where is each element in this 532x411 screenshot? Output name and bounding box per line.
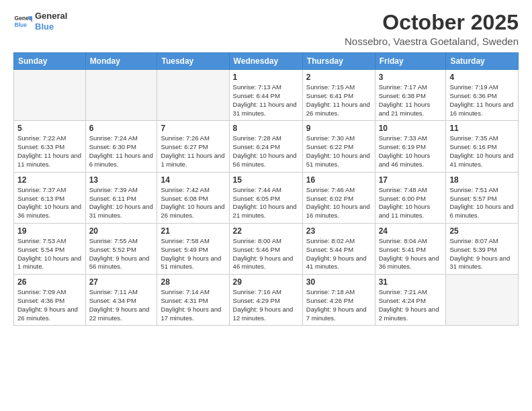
header: General Blue General Blue October 2025 N… (13, 11, 519, 47)
day-info: Sunrise: 7:55 AM Sunset: 5:52 PM Dayligh… (89, 237, 154, 271)
day-info: Sunrise: 7:15 AM Sunset: 6:41 PM Dayligh… (306, 83, 371, 118)
table-row: 5Sunrise: 7:22 AM Sunset: 6:33 PM Daylig… (14, 121, 86, 172)
table-row (446, 275, 519, 326)
day-info: Sunrise: 7:35 AM Sunset: 6:16 PM Dayligh… (449, 134, 515, 169)
col-sunday: Sunday (14, 53, 86, 70)
day-info: Sunrise: 7:17 AM Sunset: 6:38 PM Dayligh… (379, 83, 443, 118)
day-number: 13 (89, 175, 154, 185)
calendar-title: October 2025 (345, 11, 519, 34)
day-number: 2 (306, 73, 371, 82)
day-info: Sunrise: 7:37 AM Sunset: 6:13 PM Dayligh… (17, 186, 82, 220)
day-number: 31 (379, 277, 443, 287)
table-row: 12Sunrise: 7:37 AM Sunset: 6:13 PM Dayli… (14, 172, 86, 223)
day-number: 9 (306, 124, 371, 133)
table-row: 20Sunrise: 7:55 AM Sunset: 5:52 PM Dayli… (85, 223, 157, 274)
day-number: 27 (89, 277, 154, 287)
day-number: 3 (379, 73, 443, 82)
day-info: Sunrise: 8:02 AM Sunset: 5:44 PM Dayligh… (306, 237, 371, 271)
day-info: Sunrise: 7:53 AM Sunset: 5:54 PM Dayligh… (17, 237, 82, 271)
table-row: 7Sunrise: 7:26 AM Sunset: 6:27 PM Daylig… (157, 121, 229, 172)
table-row: 9Sunrise: 7:30 AM Sunset: 6:22 PM Daylig… (302, 121, 375, 172)
day-info: Sunrise: 7:46 AM Sunset: 6:02 PM Dayligh… (306, 186, 371, 220)
calendar-week-row: 12Sunrise: 7:37 AM Sunset: 6:13 PM Dayli… (14, 172, 519, 223)
table-row: 21Sunrise: 7:58 AM Sunset: 5:49 PM Dayli… (157, 223, 229, 274)
day-number: 8 (233, 124, 299, 133)
col-tuesday: Tuesday (157, 53, 229, 70)
day-number: 24 (379, 226, 443, 236)
table-row: 25Sunrise: 8:07 AM Sunset: 5:39 PM Dayli… (446, 223, 519, 274)
table-row: 13Sunrise: 7:39 AM Sunset: 6:11 PM Dayli… (85, 172, 157, 223)
page: General Blue General Blue October 2025 N… (0, 0, 532, 411)
day-info: Sunrise: 7:18 AM Sunset: 4:26 PM Dayligh… (306, 288, 371, 322)
col-thursday: Thursday (302, 53, 375, 70)
table-row: 31Sunrise: 7:21 AM Sunset: 4:24 PM Dayli… (375, 275, 446, 326)
calendar-week-row: 26Sunrise: 7:09 AM Sunset: 4:36 PM Dayli… (14, 275, 519, 326)
day-info: Sunrise: 7:11 AM Sunset: 4:34 PM Dayligh… (89, 288, 154, 322)
day-number: 19 (17, 226, 82, 236)
day-number: 4 (449, 73, 515, 82)
day-info: Sunrise: 7:48 AM Sunset: 6:00 PM Dayligh… (379, 186, 443, 220)
table-row: 26Sunrise: 7:09 AM Sunset: 4:36 PM Dayli… (14, 275, 86, 326)
logo-line2: Blue (35, 21, 67, 32)
day-number: 7 (161, 124, 225, 133)
table-row: 30Sunrise: 7:18 AM Sunset: 4:26 PM Dayli… (302, 275, 375, 326)
day-number: 28 (161, 277, 225, 287)
col-monday: Monday (85, 53, 157, 70)
table-row: 1Sunrise: 7:13 AM Sunset: 6:44 PM Daylig… (229, 70, 302, 121)
day-info: Sunrise: 8:04 AM Sunset: 5:41 PM Dayligh… (379, 237, 443, 271)
table-row: 8Sunrise: 7:28 AM Sunset: 6:24 PM Daylig… (229, 121, 302, 172)
day-info: Sunrise: 7:58 AM Sunset: 5:49 PM Dayligh… (161, 237, 225, 271)
title-block: October 2025 Nossebro, Vaestra Goetaland… (345, 11, 519, 47)
day-number: 5 (17, 124, 82, 133)
day-info: Sunrise: 7:16 AM Sunset: 4:29 PM Dayligh… (233, 288, 299, 322)
day-number: 16 (306, 175, 371, 185)
col-wednesday: Wednesday (229, 53, 302, 70)
day-info: Sunrise: 7:33 AM Sunset: 6:19 PM Dayligh… (379, 134, 443, 169)
day-info: Sunrise: 7:19 AM Sunset: 6:36 PM Dayligh… (449, 83, 515, 118)
day-info: Sunrise: 8:00 AM Sunset: 5:46 PM Dayligh… (233, 237, 299, 271)
calendar-subtitle: Nossebro, Vaestra Goetaland, Sweden (345, 36, 519, 47)
day-info: Sunrise: 7:28 AM Sunset: 6:24 PM Dayligh… (233, 134, 299, 169)
day-info: Sunrise: 7:14 AM Sunset: 4:31 PM Dayligh… (161, 288, 225, 322)
day-number: 15 (233, 175, 299, 185)
svg-text:Blue: Blue (15, 21, 28, 28)
day-number: 29 (233, 277, 299, 287)
day-info: Sunrise: 7:51 AM Sunset: 5:57 PM Dayligh… (449, 186, 515, 220)
day-info: Sunrise: 7:30 AM Sunset: 6:22 PM Dayligh… (306, 134, 371, 169)
day-number: 25 (449, 226, 515, 236)
day-number: 26 (17, 277, 82, 287)
table-row (157, 70, 229, 121)
day-info: Sunrise: 7:24 AM Sunset: 6:30 PM Dayligh… (89, 134, 154, 169)
day-number: 11 (449, 124, 515, 133)
day-info: Sunrise: 7:09 AM Sunset: 4:36 PM Dayligh… (17, 288, 82, 322)
table-row: 11Sunrise: 7:35 AM Sunset: 6:16 PM Dayli… (446, 121, 519, 172)
col-saturday: Saturday (446, 53, 519, 70)
table-row: 17Sunrise: 7:48 AM Sunset: 6:00 PM Dayli… (375, 172, 446, 223)
table-row (14, 70, 86, 121)
day-info: Sunrise: 7:26 AM Sunset: 6:27 PM Dayligh… (161, 134, 225, 169)
table-row: 6Sunrise: 7:24 AM Sunset: 6:30 PM Daylig… (85, 121, 157, 172)
day-number: 18 (449, 175, 515, 185)
table-row: 16Sunrise: 7:46 AM Sunset: 6:02 PM Dayli… (302, 172, 375, 223)
table-row: 3Sunrise: 7:17 AM Sunset: 6:38 PM Daylig… (375, 70, 446, 121)
calendar-week-row: 1Sunrise: 7:13 AM Sunset: 6:44 PM Daylig… (14, 70, 519, 121)
logo: General Blue General Blue (13, 11, 67, 32)
logo-text: General Blue (35, 11, 67, 32)
day-number: 1 (233, 73, 299, 82)
day-number: 20 (89, 226, 154, 236)
day-info: Sunrise: 7:21 AM Sunset: 4:24 PM Dayligh… (379, 288, 443, 322)
logo-line1: General (35, 11, 67, 21)
col-friday: Friday (375, 53, 446, 70)
table-row: 10Sunrise: 7:33 AM Sunset: 6:19 PM Dayli… (375, 121, 446, 172)
day-number: 21 (161, 226, 225, 236)
calendar-header-row: Sunday Monday Tuesday Wednesday Thursday… (14, 53, 519, 70)
day-info: Sunrise: 7:42 AM Sunset: 6:08 PM Dayligh… (161, 186, 225, 220)
table-row: 19Sunrise: 7:53 AM Sunset: 5:54 PM Dayli… (14, 223, 86, 274)
table-row: 27Sunrise: 7:11 AM Sunset: 4:34 PM Dayli… (85, 275, 157, 326)
logo-icon: General Blue (13, 12, 32, 31)
day-info: Sunrise: 7:44 AM Sunset: 6:05 PM Dayligh… (233, 186, 299, 220)
table-row: 28Sunrise: 7:14 AM Sunset: 4:31 PM Dayli… (157, 275, 229, 326)
day-number: 22 (233, 226, 299, 236)
day-info: Sunrise: 7:22 AM Sunset: 6:33 PM Dayligh… (17, 134, 82, 169)
day-info: Sunrise: 8:07 AM Sunset: 5:39 PM Dayligh… (449, 237, 515, 271)
